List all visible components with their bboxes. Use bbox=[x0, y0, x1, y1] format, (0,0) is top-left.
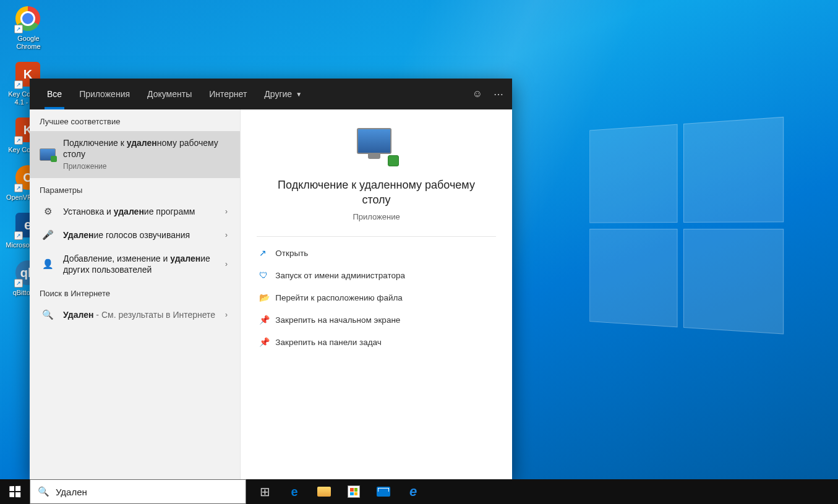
task-view-button[interactable]: ⊞ bbox=[250, 479, 280, 504]
remote-desktop-icon bbox=[40, 148, 56, 161]
user-icon: 👤 bbox=[40, 258, 56, 270]
divider bbox=[257, 236, 495, 237]
section-web: Поиск в Интернете bbox=[30, 281, 240, 303]
shield-icon: 🛡 bbox=[259, 270, 275, 280]
taskbar-search-box[interactable]: 🔍 bbox=[30, 479, 246, 504]
action-pin-start[interactable]: 📌Закрепить на начальном экране bbox=[257, 309, 495, 331]
taskbar-edge[interactable]: e bbox=[280, 479, 309, 504]
pin-icon: 📌 bbox=[259, 315, 275, 325]
remote-desktop-large-icon bbox=[357, 128, 396, 168]
shortcut-arrow-icon: ↗ bbox=[14, 231, 23, 240]
search-input[interactable] bbox=[56, 487, 238, 497]
result-remove-voices[interactable]: 🎤 Удаление голосов озвучивания › bbox=[30, 223, 240, 247]
result-web-search[interactable]: 🔍 Удален - См. результаты в Интернете › bbox=[30, 303, 240, 327]
desktop-icon-chrome[interactable]: ↗ Google Chrome bbox=[5, 6, 52, 51]
chevron-right-icon: › bbox=[223, 310, 230, 319]
action-open[interactable]: ↗Открыть bbox=[257, 242, 495, 264]
gear-icon: ⚙ bbox=[40, 206, 56, 217]
tab-apps[interactable]: Приложения bbox=[71, 79, 139, 109]
action-open-location[interactable]: 📂Перейти к расположению файла bbox=[257, 286, 495, 309]
open-icon: ↗ bbox=[259, 248, 275, 258]
taskbar-ie[interactable]: e bbox=[398, 479, 428, 504]
windows-icon bbox=[9, 486, 20, 498]
chevron-right-icon: › bbox=[223, 231, 230, 239]
start-button[interactable] bbox=[0, 479, 30, 504]
preview-subtitle: Приложение bbox=[353, 212, 400, 221]
search-preview-pane: Подключение к удаленному рабочему столу … bbox=[240, 109, 512, 479]
chevron-down-icon: ▼ bbox=[296, 91, 302, 98]
pin-icon: 📌 bbox=[259, 337, 275, 347]
search-icon: 🔍 bbox=[40, 309, 56, 320]
tab-docs[interactable]: Документы bbox=[139, 79, 200, 109]
chevron-right-icon: › bbox=[223, 207, 230, 216]
more-icon[interactable]: ⋯ bbox=[494, 88, 503, 100]
shortcut-arrow-icon: ↗ bbox=[14, 136, 23, 145]
taskbar-explorer[interactable] bbox=[309, 479, 339, 504]
tab-all[interactable]: Все bbox=[38, 79, 71, 109]
chevron-right-icon: › bbox=[223, 260, 230, 268]
search-results-list: Лучшее соответствие Подключение к удален… bbox=[30, 109, 240, 479]
windows-logo-background bbox=[589, 116, 790, 341]
feedback-icon[interactable]: ☺ bbox=[472, 88, 482, 100]
shortcut-arrow-icon: ↗ bbox=[14, 184, 23, 192]
action-pin-taskbar[interactable]: 📌Закрепить на панели задач bbox=[257, 331, 495, 353]
result-manage-users[interactable]: 👤 Добавление, изменение и удаление други… bbox=[30, 247, 240, 281]
search-tabs-header: Все Приложения Документы Интернет Другие… bbox=[30, 79, 512, 109]
folder-icon: 📂 bbox=[259, 293, 275, 302]
search-icon: 🔍 bbox=[38, 486, 49, 497]
taskbar: 🔍 ⊞ e e bbox=[0, 479, 838, 504]
shortcut-arrow-icon: ↗ bbox=[14, 80, 23, 89]
tab-other[interactable]: Другие▼ bbox=[255, 79, 310, 109]
microphone-icon: 🎤 bbox=[40, 229, 56, 241]
shortcut-arrow-icon: ↗ bbox=[14, 25, 23, 33]
section-best-match: Лучшее соответствие bbox=[30, 109, 240, 131]
search-results-panel: Все Приложения Документы Интернет Другие… bbox=[30, 79, 512, 479]
taskbar-mail[interactable] bbox=[369, 479, 398, 504]
taskbar-store[interactable] bbox=[339, 479, 369, 504]
shortcut-arrow-icon: ↗ bbox=[14, 279, 23, 288]
tab-internet[interactable]: Интернет bbox=[200, 79, 255, 109]
result-uninstall-programs[interactable]: ⚙ Установка и удаление программ › bbox=[30, 200, 240, 223]
action-run-as-admin[interactable]: 🛡Запуск от имени администратора bbox=[257, 264, 495, 286]
result-remote-desktop[interactable]: Подключение к удаленному рабочему столу … bbox=[30, 131, 240, 178]
section-settings: Параметры bbox=[30, 178, 240, 200]
preview-title: Подключение к удаленному рабочему столу bbox=[241, 177, 512, 207]
